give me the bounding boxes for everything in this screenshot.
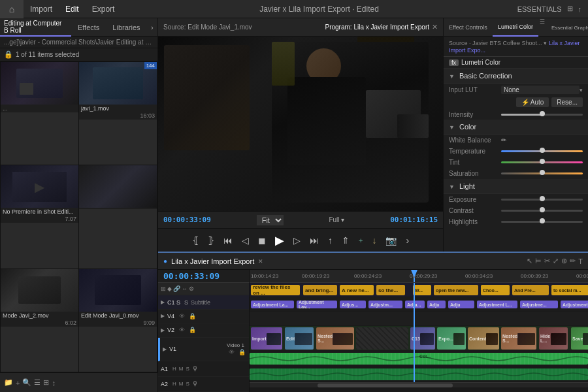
scrollbar-thumb[interactable] <box>318 384 453 387</box>
more-btn[interactable]: › <box>403 234 412 247</box>
share-icon[interactable]: ↑ <box>578 5 582 13</box>
auto-button[interactable]: ⚡ Auto <box>516 97 549 107</box>
step-back-btn[interactable]: ◁ <box>239 234 252 247</box>
track-expand-v2[interactable]: ▶ <box>161 327 165 333</box>
menu-edit[interactable]: Edit <box>59 0 86 18</box>
subtitle-clip-1[interactable]: review the files on ... <box>251 285 300 295</box>
extract-btn[interactable]: ⇑ <box>339 234 352 247</box>
subtitle-clip-6[interactable]: open the new... <box>434 285 478 295</box>
tool-selection[interactable]: ↖ <box>527 257 532 265</box>
video-clip-expo[interactable]: Expo... <box>437 327 466 350</box>
audio-clip-a1-main[interactable]: Col... Const... <box>250 353 588 365</box>
media-item[interactable]: Mode Javi_2.mov 6:02 <box>1 269 78 372</box>
mark-in-btn[interactable]: ⦃ <box>189 234 201 247</box>
step-fwd-btn[interactable]: ▷ <box>291 234 303 247</box>
audio-clip-a2-main[interactable] <box>250 368 588 380</box>
tool-text[interactable]: T <box>578 257 583 265</box>
tool-ripple[interactable]: ⤢ <box>553 257 559 265</box>
a1-mic-icon[interactable]: 🎙 <box>192 365 199 372</box>
tool-track-select[interactable]: ⊨ <box>535 257 542 265</box>
highlights-slider[interactable] <box>501 221 583 223</box>
adj-clip-2[interactable]: Adjustment Lay... <box>297 301 337 308</box>
adj-clip-6[interactable]: Adju <box>427 301 446 308</box>
track-expand-v1[interactable]: ▶ <box>163 346 167 352</box>
add-marker-icon[interactable]: ◆ <box>167 286 172 292</box>
a2-mic-icon[interactable]: 🎙 <box>192 380 199 387</box>
dropdown-icon[interactable]: ▾ <box>544 40 547 46</box>
a2-h-icon[interactable]: H <box>172 381 176 387</box>
go-to-in-btn[interactable]: ⏮ <box>221 234 235 247</box>
v4-lock-icon[interactable]: 🔒 <box>188 313 197 319</box>
basic-correction-header[interactable]: ▼ Basic Correction <box>444 69 588 84</box>
subtitle-clip-4[interactable]: so the... <box>376 285 405 295</box>
v1-lock-icon[interactable]: 🔒 <box>237 349 246 355</box>
video-clip-c13[interactable]: C13 <box>410 327 435 350</box>
eyedropper-icon[interactable]: ✏ <box>501 137 506 144</box>
v1-eye-icon[interactable]: 👁 <box>227 349 236 355</box>
adj-clip-8[interactable]: Adjustment L... <box>477 301 517 308</box>
autofit-icon[interactable]: ↔ <box>182 286 188 292</box>
saturation-slider[interactable] <box>501 172 583 174</box>
tab-lumetri-color[interactable]: Lumetri Color <box>493 18 538 37</box>
fit-select[interactable]: Fit <box>257 215 284 225</box>
play-btn[interactable]: ▶ <box>272 232 287 249</box>
adj-clip-4[interactable]: Adjustm... <box>368 301 402 308</box>
tint-slider[interactable] <box>501 161 583 163</box>
sort-icon[interactable]: ↕ <box>52 379 56 387</box>
quality-select[interactable]: Full ▾ <box>329 216 344 223</box>
new-bin-icon[interactable]: 📁 <box>4 378 13 387</box>
intensity-slider[interactable] <box>501 114 583 116</box>
tool-zoom[interactable]: ⊕ <box>561 257 567 265</box>
mark-out-btn[interactable]: ⦄ <box>205 234 217 247</box>
insert-btn[interactable]: + <box>356 235 365 246</box>
icon-view-icon[interactable]: ⊞ <box>43 378 49 387</box>
lut-dropdown-icon[interactable]: ▾ <box>580 87 583 93</box>
track-expand-v4[interactable]: ▶ <box>161 313 165 319</box>
home-icon[interactable]: ⌂ <box>0 0 24 18</box>
media-item[interactable]: ▶ No Premiere in Shot Editi... 7:07 <box>1 165 78 268</box>
a2-m-icon[interactable]: M <box>179 381 184 387</box>
adj-clip-5[interactable]: Adju... <box>405 301 425 308</box>
timeline-scrollbar[interactable] <box>250 382 588 387</box>
subtitle-clip-2[interactable]: and bring... <box>303 285 337 295</box>
workspace-icon[interactable]: ⊞ <box>567 5 573 13</box>
video-clip-hide[interactable]: Hide L... <box>539 327 568 350</box>
program-close-icon[interactable]: ✕ <box>432 23 438 31</box>
a1-m-icon[interactable]: M <box>179 366 184 372</box>
tab-effects[interactable]: Effects <box>71 18 106 37</box>
stop-btn[interactable]: ◼ <box>255 234 269 247</box>
tool-pen[interactable]: ✏ <box>570 257 576 265</box>
media-item[interactable]: Edit Mode Javi_0.mov 9:09 <box>79 269 157 372</box>
export-frame-btn[interactable]: 📷 <box>383 234 399 247</box>
a1-h-icon[interactable]: H <box>172 366 176 372</box>
timeline-close-icon[interactable]: ✕ <box>258 258 263 265</box>
tool-razor[interactable]: ✂ <box>544 257 550 265</box>
video-clip-edit[interactable]: Edit <box>285 327 314 350</box>
subtitle-clip-8[interactable]: And Pre... <box>512 285 549 295</box>
light-section-header[interactable]: ▼ Light <box>444 179 588 194</box>
tabs-more-arrow[interactable]: › <box>147 18 157 36</box>
menu-import[interactable]: Import <box>24 0 59 18</box>
adj-clip-9[interactable]: Adjustme... <box>520 301 558 308</box>
lut-value[interactable]: None <box>501 86 580 94</box>
exposure-slider[interactable] <box>501 199 583 201</box>
video-clip-save[interactable]: Save <box>571 327 588 350</box>
tab-editing-computer-b-roll[interactable]: Editing at Computer B Roll <box>0 18 71 37</box>
settings-icon[interactable]: ⚙ <box>189 286 194 292</box>
video-clip-nested2[interactable]: Nested S... <box>501 327 536 350</box>
a2-s-icon[interactable]: S <box>186 381 189 387</box>
color-section-header[interactable]: ▼ Color <box>444 120 588 135</box>
reset-button[interactable]: Rese... <box>551 97 583 107</box>
contrast-slider[interactable] <box>501 210 583 212</box>
tab-essential-graphics[interactable]: Essential Graphics <box>546 18 588 37</box>
overwrite-btn[interactable]: ↓ <box>369 234 379 247</box>
track-expand-c1[interactable]: ▶ <box>161 299 165 305</box>
media-item[interactable]: 144 javi_1.mov 16:03 <box>79 62 157 165</box>
menu-export[interactable]: Export <box>86 0 122 18</box>
video-clip-content[interactable]: Content <box>468 327 499 350</box>
snap-icon[interactable]: ⊞ <box>161 286 166 292</box>
lumetri-menu-icon[interactable]: ☰ <box>538 18 546 36</box>
v4-eye-icon[interactable]: 👁 <box>177 313 186 319</box>
adj-clip-7[interactable]: Adju <box>448 301 474 308</box>
subtitle-clip-7[interactable]: Choo... <box>481 285 510 295</box>
